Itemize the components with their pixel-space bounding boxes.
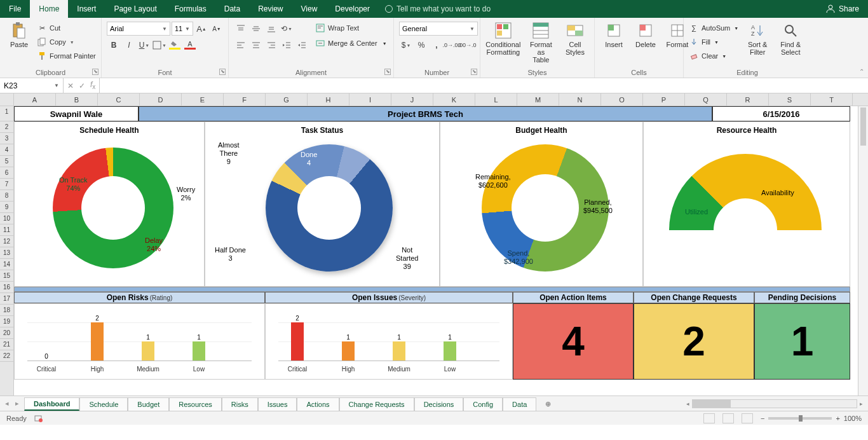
row-header-1[interactable]: 1 [0,106,13,121]
select-all-corner[interactable] [0,93,14,106]
row-header-18[interactable]: 18 [0,305,13,316]
collapse-ribbon-button[interactable]: ⌃ [859,68,864,75]
clear-button[interactable]: Clear▼ [689,50,738,62]
increase-indent-button[interactable] [295,38,309,52]
alignment-launcher[interactable]: ⬊ [384,69,391,75]
name-box[interactable]: K23▼ [0,78,64,93]
col-header-R[interactable]: R [727,93,769,106]
row-header-16[interactable]: 16 [0,282,13,293]
find-select-button[interactable]: Find & Select [776,20,804,57]
sheet-tab-change-requests[interactable]: Change Requests [339,397,414,411]
row-header-5[interactable]: 5 [0,156,13,167]
open-risks-chart[interactable]: 0Critical2High1Medium1Low [14,303,265,380]
sheet-tab-resources[interactable]: Resources [169,397,222,411]
row-header-7[interactable]: 7 [0,179,13,190]
col-header-H[interactable]: H [308,93,349,106]
col-header-S[interactable]: S [769,93,811,106]
col-header-E[interactable]: E [182,93,224,106]
tab-review[interactable]: Review [249,0,292,18]
row-header-21[interactable]: 21 [0,339,13,350]
italic-button[interactable]: I [122,38,136,52]
sheet-tab-data[interactable]: Data [503,397,536,411]
sheet-tab-decisions[interactable]: Decisions [414,397,464,411]
paste-button[interactable]: Paste [5,20,33,50]
increase-decimal-button[interactable]: .0→.00 [445,38,459,52]
copy-button[interactable]: Copy▼ [37,36,96,48]
font-color-button[interactable]: A [183,38,197,52]
col-header-G[interactable]: G [266,93,308,106]
clipboard-launcher[interactable]: ⬊ [92,69,98,75]
row-header-2[interactable]: 2 [0,121,13,133]
row-header-20[interactable]: 20 [0,327,13,339]
col-header-C[interactable]: C [98,93,140,106]
zoom-control[interactable]: − + 100% [761,415,862,422]
macro-record-icon[interactable] [34,414,43,423]
col-header-O[interactable]: O [601,93,643,106]
col-header-B[interactable]: B [56,93,98,106]
bold-button[interactable]: B [107,38,121,52]
sheet-tab-budget[interactable]: Budget [128,397,169,411]
insert-cells-button[interactable]: Insert [600,20,628,50]
row-header-17[interactable]: 17 [0,293,13,305]
percent-format-button[interactable]: % [414,38,428,52]
row-header-22[interactable]: 22 [0,350,13,362]
row-header-4[interactable]: 4 [0,144,13,156]
format-painter-button[interactable]: Format Painter [37,50,96,62]
autosum-button[interactable]: ∑AutoSum▼ [689,22,738,34]
align-center-button[interactable] [249,38,263,52]
row-header-15[interactable]: 15 [0,270,13,282]
share-button[interactable]: Share [817,0,868,18]
fill-button[interactable]: Fill▼ [689,36,738,48]
increase-font-button[interactable]: A▲ [194,22,208,36]
horizontal-scrollbar[interactable] [692,399,857,408]
fx-button[interactable]: fx [90,80,95,90]
number-launcher[interactable]: ⬊ [471,69,477,75]
underline-button[interactable]: U▼ [137,38,151,52]
chart-resource-health[interactable]: Resource Health Utilized Availability [643,121,850,287]
view-page-layout-button[interactable] [722,413,734,423]
col-header-A[interactable]: A [14,93,56,106]
tab-insert[interactable]: Insert [68,0,105,18]
row-header-12[interactable]: 12 [0,236,13,247]
col-header-F[interactable]: F [224,93,266,106]
align-right-button[interactable] [264,38,278,52]
tab-view[interactable]: View [292,0,327,18]
vertical-scrollbar[interactable] [858,106,868,395]
zoom-out-button[interactable]: − [761,415,764,422]
enter-formula-button[interactable]: ✓ [79,81,85,90]
cut-button[interactable]: ✂Cut [37,22,96,34]
fill-color-button[interactable] [168,38,182,52]
row-header-19[interactable]: 19 [0,316,13,327]
row-header-11[interactable]: 11 [0,224,13,236]
col-header-M[interactable]: M [517,93,559,106]
row-header-9[interactable]: 9 [0,202,13,213]
align-top-button[interactable] [234,22,248,36]
view-page-break-button[interactable] [742,413,753,423]
formula-input[interactable] [100,78,868,93]
border-button[interactable]: ▼ [153,38,166,52]
col-header-Q[interactable]: Q [685,93,727,106]
zoom-in-button[interactable]: + [836,415,839,422]
cancel-formula-button[interactable]: ✕ [67,81,74,90]
sheet-tab-schedule[interactable]: Schedule [79,397,128,411]
wrap-text-button[interactable]: Wrap Text [315,22,387,34]
row-header-10[interactable]: 10 [0,213,13,224]
number-format-select[interactable]: General▼ [399,22,478,36]
tab-page-layout[interactable]: Page Layout [105,0,165,18]
align-middle-button[interactable] [249,22,263,36]
hscroll-left[interactable]: ◂ [686,401,689,407]
align-bottom-button[interactable] [264,22,278,36]
sheet-canvas[interactable]: Swapnil Wale Project BRMS Tech 6/15/2016… [14,106,868,395]
sort-filter-button[interactable]: AZSort & Filter [743,20,771,57]
open-issues-chart[interactable]: 2Critical1High1Medium1Low [265,303,513,380]
col-header-P[interactable]: P [643,93,685,106]
align-left-button[interactable] [234,38,248,52]
col-header-D[interactable]: D [140,93,182,106]
sheet-tab-config[interactable]: Config [463,397,503,411]
col-header-N[interactable]: N [559,93,601,106]
row-header-3[interactable]: 3 [0,133,13,144]
col-header-L[interactable]: L [475,93,517,106]
col-header-T[interactable]: T [811,93,853,106]
row-header-14[interactable]: 14 [0,259,13,270]
sheet-tab-risks[interactable]: Risks [222,397,258,411]
